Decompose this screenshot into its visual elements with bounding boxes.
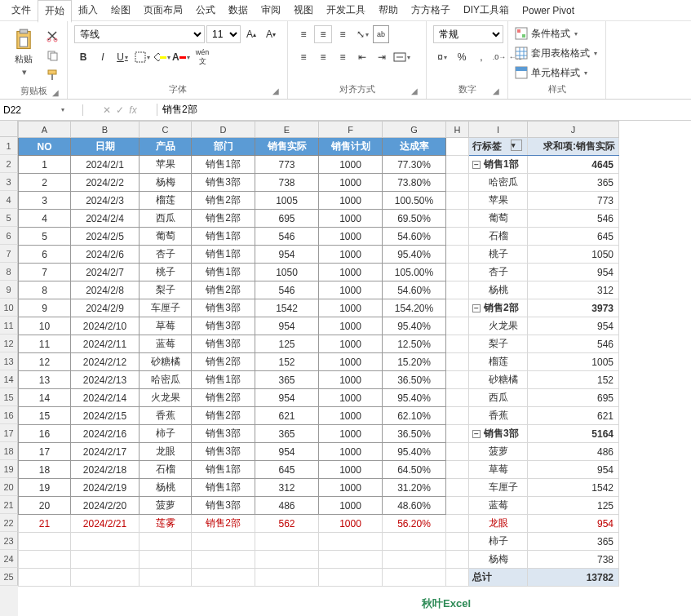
- data-cell[interactable]: 石榴: [140, 461, 192, 479]
- row-header-3[interactable]: 3: [0, 173, 18, 191]
- data-cell[interactable]: 草莓: [140, 317, 192, 335]
- row-header-18[interactable]: 18: [0, 442, 18, 460]
- data-cell[interactable]: 2024/2/12: [71, 353, 140, 371]
- align-bottom-button[interactable]: ≡: [334, 25, 352, 43]
- data-cell[interactable]: 1000: [319, 156, 383, 174]
- pivot-item[interactable]: 石榴: [469, 228, 528, 246]
- menu-审阅[interactable]: 审阅: [255, 0, 287, 20]
- collapse-icon[interactable]: −: [472, 161, 481, 169]
- data-cell[interactable]: 1000: [319, 425, 383, 443]
- data-cell[interactable]: 蓝莓: [140, 335, 192, 353]
- table-header[interactable]: 日期: [71, 138, 140, 156]
- data-cell[interactable]: 2024/2/13: [71, 371, 140, 389]
- menu-数据[interactable]: 数据: [222, 0, 255, 20]
- data-cell[interactable]: 销售1部: [192, 156, 255, 174]
- conditional-format-button[interactable]: 条件格式▾: [515, 24, 578, 42]
- border-button[interactable]: ▾: [133, 48, 151, 66]
- row-header-1[interactable]: 1: [0, 137, 18, 155]
- wrap-text-button[interactable]: ab: [373, 25, 389, 43]
- data-cell[interactable]: 773: [255, 156, 319, 174]
- data-cell[interactable]: 738: [255, 174, 319, 192]
- pivot-filter-icon[interactable]: ▾: [511, 140, 522, 151]
- row-header-15[interactable]: 15: [0, 388, 18, 406]
- pivot-item[interactable]: 车厘子: [469, 479, 528, 497]
- data-cell[interactable]: 销售1部: [192, 461, 255, 479]
- data-cell[interactable]: 8: [19, 281, 71, 299]
- data-cell[interactable]: 1000: [319, 210, 383, 228]
- row-header-23[interactable]: 23: [0, 532, 18, 550]
- data-cell[interactable]: 杨桃: [140, 479, 192, 497]
- col-header-G[interactable]: G: [383, 122, 446, 138]
- data-cell[interactable]: 954: [255, 389, 319, 407]
- data-cell[interactable]: 哈密瓜: [140, 371, 192, 389]
- data-cell[interactable]: 销售3部: [192, 174, 255, 192]
- data-cell[interactable]: 2024/2/3: [71, 192, 140, 210]
- data-cell[interactable]: 销售2部: [192, 389, 255, 407]
- table-format-button[interactable]: 套用表格格式▾: [515, 44, 597, 62]
- italic-button[interactable]: I: [94, 48, 112, 66]
- data-cell[interactable]: 1050: [255, 264, 319, 281]
- pivot-grand-total-value[interactable]: 13782: [528, 569, 619, 587]
- orientation-button[interactable]: ⤡▾: [353, 25, 371, 43]
- data-cell[interactable]: 2: [19, 174, 71, 192]
- col-header-I[interactable]: I: [469, 122, 528, 138]
- increase-decimal-button[interactable]: .0→: [492, 48, 507, 66]
- data-cell[interactable]: 销售2部: [192, 281, 255, 299]
- pivot-item[interactable]: 西瓜: [469, 389, 528, 407]
- align-top-button[interactable]: ≡: [295, 25, 312, 43]
- align-center-button[interactable]: ≡: [314, 48, 332, 66]
- data-cell[interactable]: 杨梅: [140, 174, 192, 192]
- data-cell[interactable]: 64.50%: [383, 461, 446, 479]
- pivot-item[interactable]: 砂糖橘: [469, 371, 528, 389]
- pivot-item[interactable]: 火龙果: [469, 317, 528, 335]
- merge-button[interactable]: ▾: [392, 48, 410, 66]
- comma-button[interactable]: ,: [472, 48, 490, 66]
- data-cell[interactable]: 销售3部: [192, 317, 255, 335]
- data-cell[interactable]: 546: [255, 228, 319, 246]
- font-launcher[interactable]: ◢: [272, 86, 279, 95]
- new-data-cell[interactable]: 2024/2/21: [71, 515, 140, 533]
- data-cell[interactable]: 西瓜: [140, 210, 192, 228]
- data-cell[interactable]: 154.20%: [383, 299, 446, 317]
- data-cell[interactable]: 9: [19, 299, 71, 317]
- data-cell[interactable]: 15.20%: [383, 353, 446, 371]
- pivot-item[interactable]: 杨桃: [469, 281, 528, 299]
- table-header[interactable]: 销售实际: [255, 138, 319, 156]
- data-cell[interactable]: 销售1部: [192, 264, 255, 281]
- data-cell[interactable]: 销售3部: [192, 443, 255, 461]
- paste-button[interactable]: 粘贴▾: [7, 24, 41, 82]
- font-size-select[interactable]: 11: [206, 25, 241, 43]
- pivot-item[interactable]: 菠萝: [469, 443, 528, 461]
- data-cell[interactable]: 77.30%: [383, 156, 446, 174]
- data-cell[interactable]: 18: [19, 461, 71, 479]
- data-cell[interactable]: 2024/2/16: [71, 425, 140, 443]
- data-cell[interactable]: 1000: [319, 264, 383, 281]
- grid-table[interactable]: ABCDEFGHIJ NO日期产品部门销售实际销售计划达成率行标签▾求和项:销售…: [18, 121, 619, 587]
- data-cell[interactable]: 95.40%: [383, 246, 446, 264]
- decrease-indent-button[interactable]: ⇤: [353, 48, 371, 66]
- data-cell[interactable]: 葡萄: [140, 228, 192, 246]
- data-cell[interactable]: 2024/2/20: [71, 497, 140, 515]
- data-cell[interactable]: 销售2部: [192, 353, 255, 371]
- data-cell[interactable]: 1000: [319, 335, 383, 353]
- data-cell[interactable]: 销售3部: [192, 299, 255, 317]
- data-cell[interactable]: 香蕉: [140, 407, 192, 425]
- menu-开始[interactable]: 开始: [38, 0, 72, 23]
- data-cell[interactable]: 2024/2/1: [71, 156, 140, 174]
- data-cell[interactable]: 1000: [319, 246, 383, 264]
- data-cell[interactable]: 12: [19, 353, 71, 371]
- row-header-19[interactable]: 19: [0, 460, 18, 478]
- row-header-14[interactable]: 14: [0, 370, 18, 388]
- align-left-button[interactable]: ≡: [295, 48, 312, 66]
- percent-button[interactable]: %: [453, 48, 471, 66]
- row-header-12[interactable]: 12: [0, 335, 18, 352]
- data-cell[interactable]: 3: [19, 192, 71, 210]
- data-cell[interactable]: 车厘子: [140, 299, 192, 317]
- data-cell[interactable]: 2024/2/19: [71, 479, 140, 497]
- new-data-cell[interactable]: 莲雾: [140, 515, 192, 533]
- data-cell[interactable]: 954: [255, 317, 319, 335]
- data-cell[interactable]: 1000: [319, 228, 383, 246]
- data-cell[interactable]: 15: [19, 407, 71, 425]
- fx-icon[interactable]: fx: [129, 104, 136, 116]
- row-header-20[interactable]: 20: [0, 478, 18, 496]
